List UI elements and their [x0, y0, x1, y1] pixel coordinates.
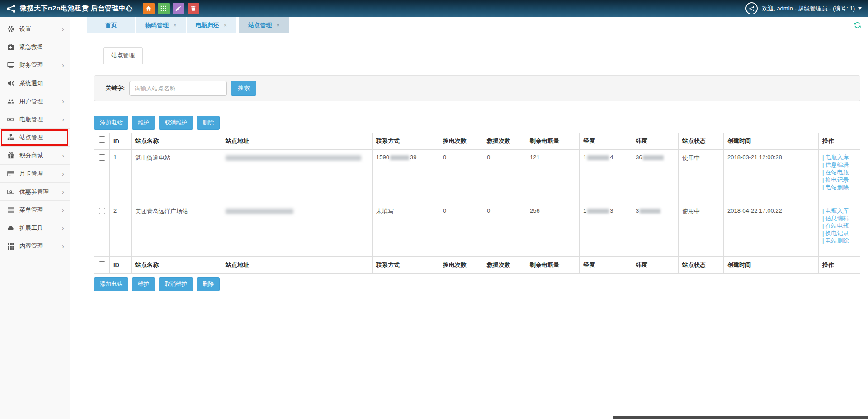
sidebar-item-label: 内容管理: [19, 242, 62, 250]
add-station-button[interactable]: 添加电站: [94, 116, 128, 130]
redacted-blur: [587, 209, 609, 214]
sidebar-item-label: 用户管理: [19, 97, 62, 105]
table-header-row: ID 站点名称 站点地址 联系方式 换电次数 救援次数 剩余电瓶量 经度 纬度 …: [94, 133, 860, 150]
sidebar-item-battery-management[interactable]: 电瓶管理 ›: [0, 110, 70, 129]
col-header-swap-count: 换电次数: [439, 133, 483, 150]
cancel-maintain-button[interactable]: 取消维护: [159, 116, 193, 130]
chevron-right-icon: ›: [62, 170, 64, 177]
link-info-edit[interactable]: 信息编辑: [825, 215, 849, 222]
sidebar-item-system-notice[interactable]: 系统通知: [0, 74, 70, 92]
link-swap-records[interactable]: 换电记录: [825, 176, 849, 183]
link-station-delete[interactable]: 电站删除: [825, 184, 849, 190]
col-header-name: 站点名称: [132, 257, 222, 274]
grid-icon: [7, 243, 15, 250]
col-header-address: 站点地址: [222, 133, 373, 150]
link-battery-inbound[interactable]: 电瓶入库: [825, 154, 849, 161]
cell-created: 2018-04-22 17:00:22: [724, 203, 819, 257]
redacted-blur: [643, 155, 664, 160]
cell-rescue-count: 0: [483, 150, 526, 203]
cell-name: 湛山街道电站: [132, 150, 222, 203]
sidebar-item-points-mall[interactable]: 积分商城 ›: [0, 147, 70, 165]
top-header: 微搜天下o2o电池租赁 后台管理中心 欢迎, admin - 超级管理员 - (…: [0, 0, 868, 17]
home-icon: [146, 5, 151, 11]
col-header-rescue-count: 救援次数: [483, 133, 526, 150]
keyword-input[interactable]: [129, 81, 227, 96]
col-header-created: 创建时间: [724, 257, 819, 274]
col-header-contact: 联系方式: [373, 133, 439, 150]
refresh-button[interactable]: [854, 17, 868, 33]
row-select-checkbox[interactable]: [99, 154, 105, 161]
sidebar-item-extension-tools[interactable]: 扩展工具 ›: [0, 219, 70, 237]
subtab-bar: 站点管理: [94, 47, 860, 64]
table-row: 2 美团青岛远洋广场站 未填写 0 0 256 13 3 使用中 2018-04…: [94, 203, 860, 257]
sidebar-item-label: 月卡管理: [19, 170, 62, 178]
redacted-blur: [640, 209, 660, 214]
tab-code-management[interactable]: 物码管理 ×: [136, 17, 186, 33]
redacted-blur: [390, 155, 409, 160]
cell-battery-remaining: 121: [526, 150, 580, 203]
row-select-checkbox[interactable]: [99, 208, 105, 214]
tab-site-management[interactable]: 站点管理 ×: [239, 17, 289, 33]
banknote-icon: [7, 188, 15, 195]
tab-battery-return[interactable]: 电瓶归还 ×: [187, 17, 236, 33]
sidebar-item-label: 设置: [19, 25, 62, 33]
edit-button[interactable]: [173, 3, 184, 14]
sidebar-item-label: 积分商城: [19, 152, 62, 160]
cell-battery-remaining: 256: [526, 203, 580, 257]
maintain-button[interactable]: 维护: [132, 116, 155, 130]
link-battery-inbound[interactable]: 电瓶入库: [825, 207, 849, 214]
link-station-batteries[interactable]: 在站电瓶: [825, 169, 849, 176]
user-menu[interactable]: 欢迎, admin - 超级管理员 - (编号: 1): [745, 2, 862, 14]
content-area: 站点管理 关键字: 搜索 添加电站 维护 取消维护 删除: [70, 33, 868, 291]
delete-button[interactable]: 删除: [197, 116, 220, 130]
col-header-name: 站点名称: [132, 133, 222, 150]
sidebar-item-user-management[interactable]: 用户管理 ›: [0, 92, 70, 110]
sidebar-item-coupon-management[interactable]: 优惠券管理 ›: [0, 183, 70, 201]
apps-button[interactable]: [158, 3, 170, 14]
delete-button[interactable]: 删除: [197, 277, 220, 291]
select-all-checkbox[interactable]: [99, 261, 105, 267]
link-station-delete[interactable]: 电站删除: [825, 237, 849, 244]
cancel-maintain-button[interactable]: 取消维护: [159, 277, 193, 291]
sidebar-item-site-management[interactable]: 站点管理: [0, 129, 70, 147]
chevron-right-icon: ›: [62, 206, 64, 213]
cell-actions: |电瓶入库 |信息编辑 |在站电瓶 |换电记录 |电站删除: [819, 150, 860, 203]
sidebar-item-emergency-rescue[interactable]: 紧急救援: [0, 38, 70, 56]
link-station-batteries[interactable]: 在站电瓶: [825, 222, 849, 229]
horizontal-scrollbar-thumb[interactable]: [613, 416, 868, 419]
sidebar-item-menu-management[interactable]: 菜单管理 ›: [0, 201, 70, 219]
col-header-longitude: 经度: [580, 133, 632, 150]
close-icon[interactable]: ×: [276, 22, 280, 29]
close-icon[interactable]: ×: [224, 22, 227, 29]
sidebar-item-content-management[interactable]: 内容管理 ›: [0, 237, 70, 255]
link-swap-records[interactable]: 换电记录: [825, 230, 849, 237]
app-root: 微搜天下o2o电池租赁 后台管理中心 欢迎, admin - 超级管理员 - (…: [0, 0, 868, 419]
sidebar-item-settings[interactable]: 设置 ›: [0, 20, 70, 38]
sidebar-item-finance[interactable]: 财务管理 ›: [0, 56, 70, 74]
pencil-icon: [175, 5, 181, 11]
subtab-site-management[interactable]: 站点管理: [103, 47, 143, 64]
add-station-button[interactable]: 添加电站: [94, 277, 128, 291]
delete-button[interactable]: [188, 3, 199, 14]
select-all-cell: [94, 257, 110, 274]
chevron-right-icon: ›: [62, 188, 64, 195]
link-info-edit[interactable]: 信息编辑: [825, 162, 849, 168]
cell-contact: 未填写: [373, 203, 439, 257]
col-header-rescue-count: 救援次数: [483, 257, 526, 274]
home-button[interactable]: [143, 3, 155, 14]
maintain-button[interactable]: 维护: [132, 277, 155, 291]
sidebar-item-month-card[interactable]: 月卡管理 ›: [0, 165, 70, 183]
select-all-checkbox[interactable]: [99, 136, 105, 143]
keyword-label: 关键字:: [105, 84, 125, 92]
col-header-actions: 操作: [819, 257, 860, 274]
battery-icon: [7, 116, 15, 123]
select-all-cell: [94, 133, 110, 150]
cell-id: 1: [110, 150, 132, 203]
close-icon[interactable]: ×: [173, 22, 177, 29]
tab-home[interactable]: 首页: [87, 17, 135, 33]
search-button[interactable]: 搜索: [231, 81, 256, 96]
cell-contact: 159039: [373, 150, 439, 203]
cloud-icon: [7, 224, 15, 232]
col-header-actions: 操作: [819, 133, 860, 150]
chevron-right-icon: ›: [62, 62, 64, 68]
